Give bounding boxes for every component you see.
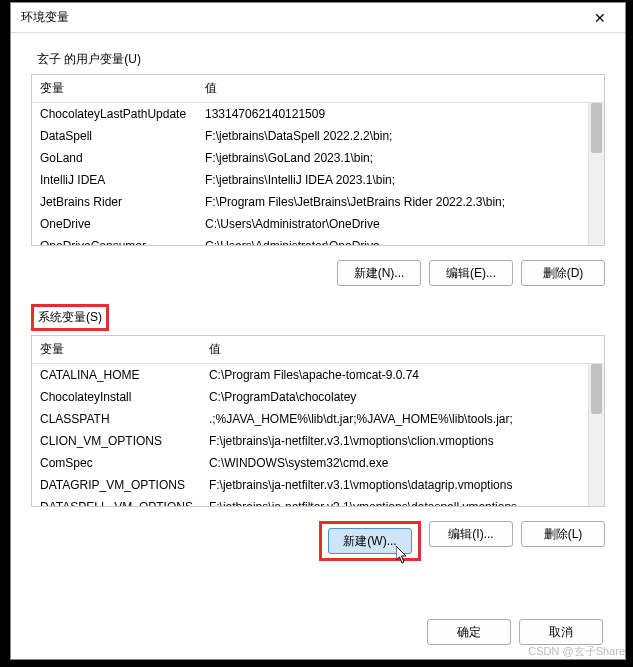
scrollbar[interactable] bbox=[588, 103, 604, 245]
dialog-content: 玄子 的用户变量(U) 变量 值 ChocolateyLastPathUpdat… bbox=[11, 33, 625, 607]
user-vars-label: 玄子 的用户变量(U) bbox=[31, 43, 605, 74]
watermark: CSDN @玄子Share bbox=[528, 644, 625, 659]
table-row[interactable]: OneDriveC:\Users\Administrator\OneDrive bbox=[32, 213, 604, 235]
scrollbar[interactable] bbox=[588, 364, 604, 506]
table-row[interactable]: JetBrains RiderF:\Program Files\JetBrain… bbox=[32, 191, 604, 213]
table-row[interactable]: DataSpellF:\jetbrains\DataSpell 2022.2.2… bbox=[32, 125, 604, 147]
env-vars-dialog: 环境变量 ✕ 玄子 的用户变量(U) 变量 值 ChocolateyLastPa… bbox=[10, 2, 626, 660]
table-row[interactable]: DATAGRIP_VM_OPTIONSF:\jetbrains\ja-netfi… bbox=[32, 474, 604, 496]
col-variable[interactable]: 变量 bbox=[32, 75, 197, 103]
table-row[interactable]: IntelliJ IDEAF:\jetbrains\IntelliJ IDEA … bbox=[32, 169, 604, 191]
scroll-thumb[interactable] bbox=[591, 103, 602, 153]
sys-vars-label: 系统变量(S) bbox=[38, 310, 102, 324]
col-value[interactable]: 值 bbox=[197, 75, 604, 103]
table-row[interactable]: CATALINA_HOMEC:\Program Files\apache-tom… bbox=[32, 364, 604, 387]
sys-buttons: 新建(W)... 编辑(I)... 删除(L) bbox=[31, 507, 605, 579]
table-row[interactable]: ChocolateyLastPathUpdate1331470621401215… bbox=[32, 103, 604, 126]
col-variable[interactable]: 变量 bbox=[32, 336, 201, 364]
sys-vars-table[interactable]: 变量 值 CATALINA_HOMEC:\Program Files\apach… bbox=[31, 335, 605, 507]
close-icon[interactable]: ✕ bbox=[585, 8, 615, 28]
scroll-thumb[interactable] bbox=[591, 364, 602, 414]
table-row[interactable]: GoLandF:\jetbrains\GoLand 2023.1\bin; bbox=[32, 147, 604, 169]
sys-new-button[interactable]: 新建(W)... bbox=[328, 528, 412, 554]
sys-vars-label-highlight: 系统变量(S) bbox=[31, 304, 109, 331]
sys-delete-button[interactable]: 删除(L) bbox=[521, 521, 605, 547]
table-row[interactable]: ChocolateyInstallC:\ProgramData\chocolat… bbox=[32, 386, 604, 408]
table-row[interactable]: ComSpecC:\WINDOWS\system32\cmd.exe bbox=[32, 452, 604, 474]
table-row[interactable]: CLION_VM_OPTIONSF:\jetbrains\ja-netfilte… bbox=[32, 430, 604, 452]
sys-edit-button[interactable]: 编辑(I)... bbox=[429, 521, 513, 547]
titlebar: 环境变量 ✕ bbox=[11, 3, 625, 33]
user-vars-table[interactable]: 变量 值 ChocolateyLastPathUpdate13314706214… bbox=[31, 74, 605, 246]
table-row[interactable]: OneDriveConsumerC:\Users\Administrator\O… bbox=[32, 235, 604, 246]
cancel-button[interactable]: 取消 bbox=[519, 619, 603, 645]
user-buttons: 新建(N)... 编辑(E)... 删除(D) bbox=[31, 246, 605, 304]
window-title: 环境变量 bbox=[21, 9, 585, 26]
col-value[interactable]: 值 bbox=[201, 336, 604, 364]
user-edit-button[interactable]: 编辑(E)... bbox=[429, 260, 513, 286]
user-delete-button[interactable]: 删除(D) bbox=[521, 260, 605, 286]
user-new-button[interactable]: 新建(N)... bbox=[337, 260, 421, 286]
ok-button[interactable]: 确定 bbox=[427, 619, 511, 645]
sys-new-highlight: 新建(W)... bbox=[319, 521, 421, 561]
table-row[interactable]: DATASPELL_VM_OPTIONSF:\jetbrains\ja-netf… bbox=[32, 496, 604, 507]
table-row[interactable]: CLASSPATH.;%JAVA_HOME%\lib\dt.jar;%JAVA_… bbox=[32, 408, 604, 430]
